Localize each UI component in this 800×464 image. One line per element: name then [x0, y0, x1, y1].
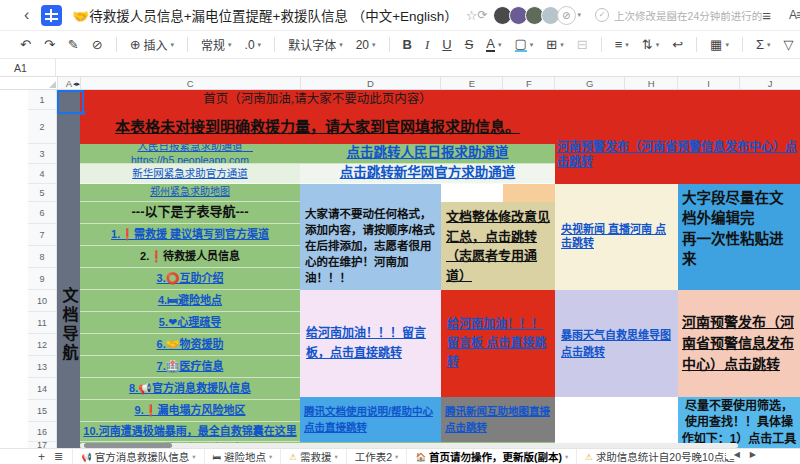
cell-nav-item-8[interactable]: 8.📢官方消息救援队信息 — [80, 378, 300, 400]
insert-image-dropdown[interactable]: ▦ ▾ — [710, 37, 729, 52]
text-wrap-icon[interactable]: ↩ — [672, 37, 683, 52]
outline-icon[interactable]: A≡ — [789, 8, 800, 22]
cell-empty-f5[interactable] — [503, 184, 555, 202]
number-format-dropdown[interactable]: 常规 ▾ — [201, 36, 232, 53]
redo-icon[interactable]: ↷ — [44, 37, 55, 52]
tab-shelter-locations[interactable]: 🛏 避险地点 ▾ — [204, 449, 281, 464]
cell-people-daily-link[interactable]: 人民日报紧急求助通道 https://h5.peopleapp.com — [80, 144, 300, 164]
column-header-g[interactable]: G — [555, 77, 625, 89]
cell-name-box[interactable]: A1 — [0, 59, 56, 76]
back-icon[interactable]: ‹ — [24, 6, 29, 24]
cell-format-notice[interactable]: 大家请不要动任何格式，添加内容，请按顺序/格式在后排添加，志愿者很用心的在维护！… — [300, 202, 441, 290]
cell-people-daily-jump[interactable]: 点击跳转人民日报求助通道 — [300, 144, 555, 164]
star-icon[interactable]: ☆ — [466, 8, 478, 23]
cell-henan-warning-link[interactable]: 河南预警发布（河南省预警信息发布中心）点击跳转 — [555, 90, 800, 184]
add-sheet-button[interactable]: + — [0, 450, 54, 464]
strikethrough-icon[interactable]: S — [465, 37, 474, 52]
row-number[interactable]: 3 — [28, 144, 56, 164]
cell-notice-banner[interactable]: 本表格未对接到明确救援力量，请大家到官网填报求助信息。 — [80, 110, 555, 144]
font-color-dropdown[interactable]: A ▾ — [486, 38, 501, 52]
row-number[interactable]: 6 — [28, 202, 56, 224]
cell-empty-d5[interactable] — [300, 184, 441, 202]
cell-zhengzhou-map[interactable]: 郑州紧急求助地图 — [80, 184, 300, 202]
column-header-e[interactable]: E — [441, 77, 503, 89]
vertical-align-dropdown[interactable]: ⇅ ▾ — [642, 37, 659, 52]
tab-sheet2[interactable]: 工作表2 ▾ — [346, 449, 407, 464]
hidden-column-indicator[interactable]: ◂▸ — [73, 77, 80, 90]
italic-icon[interactable]: I — [425, 37, 429, 53]
tab-scroll-left-icon[interactable]: ◀ — [734, 450, 750, 459]
row-number[interactable]: 15 — [28, 400, 56, 422]
cell-nav-item-10[interactable]: 10.河南遭遇极端暴雨，最全自救锦囊在这里 — [80, 422, 300, 442]
cell-docs-help[interactable]: 腾讯文档使用说明/帮助中心 点击直接跳转 — [300, 397, 441, 442]
horizontal-align-dropdown[interactable]: ≡ ▾ — [615, 37, 629, 52]
row-number[interactable]: 10 — [28, 290, 56, 312]
row-number[interactable]: 13 — [28, 356, 56, 378]
avatar-anonymous[interactable]: ⊘ — [557, 6, 576, 25]
borders-dropdown[interactable]: ⊞ ▾ — [546, 37, 563, 52]
menu-icon[interactable]: ≡ — [762, 7, 771, 24]
row-number[interactable]: 12 — [28, 334, 56, 356]
tab-need-rescue[interactable]: ⚠ 需救援 ▾ — [280, 449, 345, 464]
cell-search-tip[interactable]: 尽量不要使用筛选，使用查找！！具体操作如下：1）点击工具 — [678, 397, 800, 448]
all-sheets-icon[interactable]: ≣ — [54, 450, 72, 463]
cell-message-board-2[interactable]: 给河南加油！！！留言板 点击直接跳转 — [441, 290, 555, 397]
cell-nav-item-7[interactable]: 7.🏥医疗信息 — [80, 356, 300, 378]
row-number[interactable]: 5 — [28, 184, 56, 202]
cell-henan-warning-2[interactable]: 河南预警发布（河南省预警信息发布中心）点击跳转 — [678, 290, 800, 397]
cell-nav-title[interactable]: ---以下是子表导航--- — [80, 202, 300, 224]
underline-icon[interactable]: U — [442, 37, 451, 52]
fill-color-dropdown[interactable]: ▢ ▾ — [515, 38, 534, 52]
tab-home-do-not-edit[interactable]: 🏠 首页请勿操作，更新版(副本) ▾ — [406, 449, 576, 464]
column-header-h[interactable]: H — [625, 77, 678, 89]
tab-scroll-arrows[interactable]: ◀▶ — [726, 450, 766, 459]
cell-cctv-link[interactable]: 央视新闻 直播河南 点击跳转 — [555, 184, 678, 290]
sync-icon[interactable]: ⟳ — [478, 8, 488, 22]
row-number[interactable]: 1 — [28, 90, 56, 110]
cell-nav-item-2[interactable]: 2.❗待救援人员信息 — [80, 246, 300, 268]
bold-icon[interactable]: B — [403, 37, 412, 52]
sum-dropdown[interactable]: Σ ▾ — [756, 37, 771, 52]
cell-xinhua-link[interactable]: 新华网紧急求助官方通道 — [80, 164, 300, 184]
row-number[interactable]: 16 — [28, 422, 56, 442]
column-header-d[interactable]: D — [301, 77, 442, 89]
cell-rainstorm-mindmap[interactable]: 暴雨天气自救思维导图 点击跳转 — [555, 290, 678, 397]
row-number[interactable]: 11 — [28, 312, 56, 334]
cell-news-map[interactable]: 腾讯新闻互助地图直接点击跳转 — [441, 397, 555, 442]
row-number[interactable]: 7 — [28, 224, 56, 246]
clear-format-icon[interactable]: ⊘ — [92, 37, 103, 52]
cell-home-banner[interactable]: 首页（河南加油,请大家不要动此页内容） — [80, 90, 555, 110]
cell-nav-item-1[interactable]: 1.❗需救援 建议填写到官方渠道 — [80, 224, 300, 246]
tab-official-rescue-info[interactable]: 📢 官方消息救援队信息 ▾ — [72, 449, 203, 464]
cell-nav-item-9[interactable]: 9.❗漏电塌方风险地区 — [80, 400, 300, 422]
row-number[interactable]: 14 — [28, 378, 56, 400]
font-family-dropdown[interactable]: 默认字体 ▾ — [288, 36, 343, 53]
insert-dropdown[interactable]: ⊕ 插入 ▾ — [130, 36, 174, 53]
column-header-c[interactable]: C — [81, 77, 301, 89]
formula-input[interactable] — [56, 59, 800, 76]
cell-message-board-1[interactable]: 给河南加油！！！留言板，点击直接跳转 — [300, 290, 441, 397]
tab-scroll-right-icon[interactable]: ▶ — [750, 450, 766, 459]
cell-nav-item-3[interactable]: 3.⭕互助介绍 — [80, 268, 300, 290]
cell-nav-item-5[interactable]: 5.❤心理疏导 — [80, 312, 300, 334]
cell-nav-item-6[interactable]: 6.🤝物资援助 — [80, 334, 300, 356]
decimal-buttons[interactable]: .0 ▾ — [245, 38, 262, 52]
font-size-dropdown[interactable]: 20 ▾ — [356, 38, 376, 52]
cell-xinhua-jump[interactable]: 点击跳转新华网官方求助通道 — [300, 164, 555, 184]
filter-icon[interactable]: ▽ — [783, 37, 793, 52]
cell-feedback[interactable]: 文档整体修改意见汇总，点击跳转 （志愿者专用通道） — [441, 202, 555, 290]
row-number[interactable]: 8 — [28, 246, 56, 268]
column-header-f[interactable]: F — [503, 77, 555, 89]
cell-empty-e5[interactable] — [441, 184, 503, 202]
column-header-j[interactable]: J — [740, 77, 800, 89]
tab-help-info-stats[interactable]: ⚠ 求助信息统计自20号晚10点起 ▾ — [576, 449, 749, 464]
row-number[interactable]: 2 — [28, 110, 56, 144]
undo-icon[interactable]: ↶ — [20, 37, 31, 52]
chevron-down-icon[interactable]: ▾ — [578, 11, 582, 19]
select-all-corner[interactable] — [0, 77, 58, 89]
row-number[interactable]: 4 — [28, 164, 56, 184]
format-painter-icon[interactable]: ✎ — [68, 37, 79, 52]
cell-a-doc-nav[interactable]: 文档导航 — [57, 240, 80, 410]
cell-nav-item-4[interactable]: 4.🛏避险地点 — [80, 290, 300, 312]
row-number[interactable]: 9 — [28, 268, 56, 290]
